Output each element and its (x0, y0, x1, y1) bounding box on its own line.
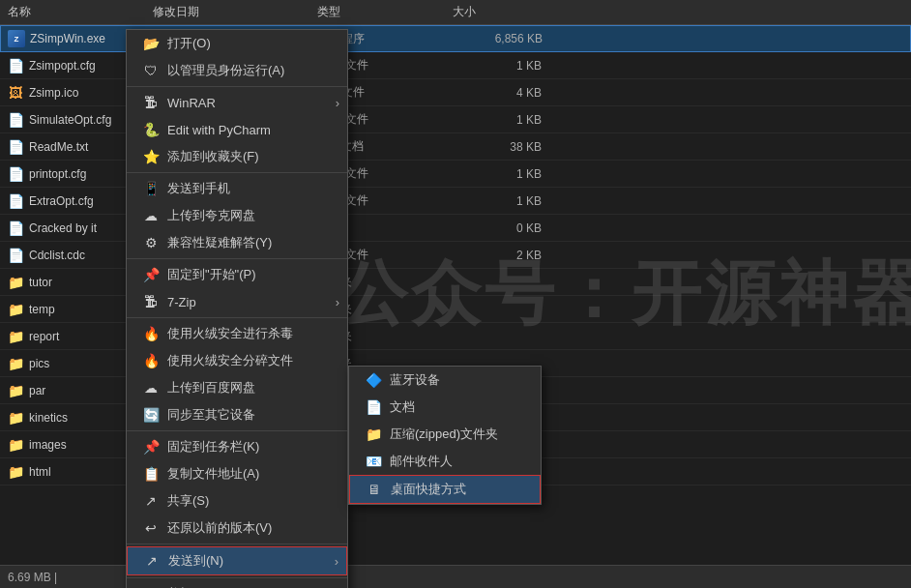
file-icon: 📁 (6, 273, 25, 292)
context-menu: 📂打开(O)🛡以管理员身份运行(A)🗜WinRAR›🐍Edit with PyC… (126, 29, 348, 588)
file-icon: 📁 (6, 300, 25, 319)
status-text: 6.69 MB | (8, 571, 57, 584)
sendto-menu-item[interactable]: 📄文档 (349, 394, 541, 421)
shred-icon: 🔥 (142, 352, 160, 369)
file-icon: 📁 (6, 354, 25, 373)
file-size: 1 KB (445, 113, 542, 127)
context-menu-item[interactable]: ↗发送到(N)› (127, 546, 347, 575)
file-icon: 📄 (6, 137, 25, 157)
file-size: 0 KB (445, 221, 542, 235)
menu-item-label: 使用火绒安全分碎文件 (167, 352, 293, 369)
pin-start-icon: 📌 (142, 266, 160, 283)
sendto-item-label: 桌面快捷方式 (391, 481, 466, 498)
desktop-shortcut-icon: 🖥 (366, 481, 383, 498)
sendto-item-label: 蓝牙设备 (390, 371, 440, 389)
menu-item-label: 使用火绒安全进行杀毒 (167, 325, 293, 342)
file-icon: 📄 (6, 164, 25, 184)
menu-item-label: 共享(S) (167, 492, 209, 510)
phone-icon: 📱 (142, 180, 160, 197)
open-icon: 📂 (142, 35, 160, 52)
context-menu-item[interactable]: ⭐添加到收藏夹(F) (127, 143, 347, 170)
menu-item-label: 兼容性疑难解答(Y) (167, 234, 272, 251)
context-menu-item[interactable]: 📌固定到"开始"(P) (127, 261, 347, 288)
file-size: 1 KB (445, 59, 542, 73)
file-size: 38 KB (445, 140, 542, 154)
restore-icon: ↩ (142, 519, 160, 537)
file-icon: 📄 (6, 191, 25, 211)
menu-item-label: Edit with PyCharm (167, 123, 271, 137)
baidu-icon: ☁ (142, 379, 160, 397)
file-icon: 📁 (6, 408, 25, 427)
sendto-item-label: 文档 (390, 398, 415, 416)
file-icon: Z (7, 29, 26, 48)
col-header-size: 大小 (445, 4, 542, 20)
file-size: 1 KB (445, 167, 542, 181)
menu-item-label: 固定到"开始"(P) (167, 266, 256, 283)
email-icon: 📧 (365, 453, 382, 470)
file-icon: 📁 (6, 381, 25, 400)
sendto-icon: ↗ (143, 552, 161, 570)
file-icon: 📄 (6, 110, 25, 130)
menu-item-label: WinRAR (167, 96, 216, 110)
sendto-menu-item[interactable]: 🔷蓝牙设备 (349, 367, 541, 394)
menu-item-label: 添加到收藏夹(F) (167, 148, 259, 165)
context-menu-item[interactable]: 📂打开(O) (127, 30, 347, 57)
run-admin-icon: 🛡 (142, 62, 160, 79)
winrar-icon: 🗜 (142, 94, 160, 111)
context-menu-item[interactable]: ☁上传到夸克网盘 (127, 202, 347, 229)
menu-item-label: 同步至其它设备 (167, 406, 255, 424)
zip-folder-icon: 📁 (365, 426, 382, 443)
file-icon: 📁 (6, 435, 25, 455)
context-menu-item[interactable]: 🗜7-Zip› (127, 288, 347, 315)
submenu-arrow: › (336, 96, 339, 110)
col-header-name: 名称 (0, 4, 145, 20)
menu-item-label: 发送到手机 (167, 180, 230, 197)
file-size: 2 KB (445, 249, 542, 262)
context-menu-item[interactable]: 🗜WinRAR› (127, 89, 347, 116)
sync-icon: 🔄 (142, 406, 160, 424)
menu-item-label: 上传到百度网盘 (167, 379, 255, 397)
document-icon: 📄 (365, 398, 382, 416)
column-headers: 名称 修改日期 类型 大小 (0, 0, 911, 25)
file-icon: 📁 (6, 462, 25, 482)
submenu-arrow: › (335, 554, 338, 569)
virus-icon: 🔥 (142, 325, 160, 342)
sendto-menu-item[interactable]: 📁压缩(zipped)文件夹 (349, 421, 541, 448)
context-menu-item[interactable]: ↩还原以前的版本(V) (127, 514, 347, 542)
file-icon: 📄 (6, 246, 25, 265)
file-size: 6,856 KB (446, 32, 543, 45)
col-header-date: 修改日期 (145, 4, 309, 20)
menu-item-label: 发送到(N) (168, 552, 223, 570)
submenu-sendto: 🔷蓝牙设备📄文档📁压缩(zipped)文件夹📧邮件收件人🖥桌面快捷方式 (348, 366, 542, 505)
context-menu-item[interactable]: 📋复制文件地址(A) (127, 460, 347, 487)
sendto-menu-item[interactable]: 📧邮件收件人 (349, 448, 541, 475)
file-size: 1 KB (445, 194, 542, 208)
taskbar-icon: 📌 (142, 438, 160, 456)
file-icon: 🖼 (6, 83, 25, 103)
sendto-menu-item[interactable]: 🖥桌面快捷方式 (349, 475, 541, 504)
context-menu-item[interactable]: 🐍Edit with PyCharm (127, 116, 347, 143)
submenu-arrow: › (336, 295, 339, 309)
menu-item-label: 还原以前的版本(V) (167, 519, 272, 537)
context-menu-item[interactable]: 🔥使用火绒安全进行杀毒 (127, 320, 347, 347)
context-menu-item[interactable]: 📌固定到任务栏(K) (127, 433, 347, 460)
7zip-icon: 🗜 (142, 293, 160, 310)
context-menu-item[interactable]: 🔄同步至其它设备 (127, 401, 347, 428)
context-menu-item[interactable]: ↗共享(S) (127, 487, 347, 514)
menu-item-label: 以管理员身份运行(A) (167, 62, 284, 79)
menu-item-label: 固定到任务栏(K) (167, 438, 259, 456)
context-menu-item[interactable]: 📱发送到手机 (127, 175, 347, 202)
pycharm-icon: 🐍 (142, 121, 160, 138)
file-icon: 📄 (6, 219, 25, 238)
file-icon: 📄 (6, 56, 25, 75)
copy-path-icon: 📋 (142, 465, 160, 483)
context-menu-item[interactable]: ⚙兼容性疑难解答(Y) (127, 229, 347, 256)
context-menu-item[interactable]: ☁上传到百度网盘 (127, 374, 347, 401)
context-menu-item[interactable]: ✂剪切(T) (127, 580, 347, 588)
context-menu-item[interactable]: 🛡以管理员身份运行(A) (127, 57, 347, 84)
sendto-item-label: 压缩(zipped)文件夹 (390, 426, 498, 443)
share-icon: ↗ (142, 492, 160, 510)
menu-item-label: 7-Zip (167, 295, 196, 309)
sendto-item-label: 邮件收件人 (390, 453, 453, 470)
context-menu-item[interactable]: 🔥使用火绒安全分碎文件 (127, 347, 347, 374)
